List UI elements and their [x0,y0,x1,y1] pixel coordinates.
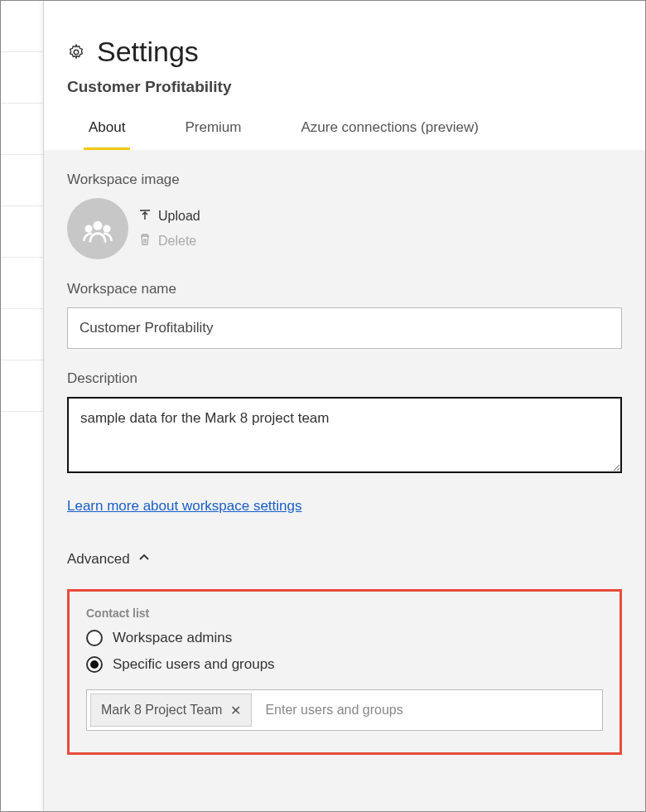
description-input[interactable] [67,397,622,473]
radio-icon [86,656,103,673]
chip-remove-icon[interactable]: ✕ [230,703,241,718]
chip-label: Mark 8 Project Team [101,703,222,718]
radio-admins-label: Workspace admins [113,630,232,646]
contact-list-section: Contact list Workspace admins Specific u… [67,589,622,755]
panel-header: Settings Customer Profitability About Pr… [44,1,645,150]
upload-button[interactable]: Upload [138,208,200,225]
gear-icon [67,43,85,61]
advanced-toggle[interactable]: Advanced [67,551,622,568]
description-label: Description [67,370,622,387]
trash-icon [138,233,152,249]
upload-label: Upload [158,209,200,224]
form-area: Workspace image [44,150,645,811]
workspace-name-input[interactable] [67,307,622,349]
radio-icon [86,630,103,646]
tabs-bar: About Premium Azure connections (preview… [67,119,622,150]
workspace-image-label: Workspace image [67,172,622,188]
svg-point-0 [74,50,79,55]
chevron-up-icon [138,551,150,568]
advanced-label: Advanced [67,551,130,568]
page-title: Settings [97,36,199,68]
background-sidebar [1,1,44,812]
upload-icon [138,208,152,225]
workspace-avatar [67,198,128,259]
workspace-name-label: Workspace name [67,281,622,297]
delete-label: Delete [158,234,196,249]
svg-point-1 [94,221,103,230]
tab-about[interactable]: About [84,119,130,150]
contact-list-label: Contact list [86,607,603,620]
workspace-name-section: Workspace name [67,281,622,349]
tab-premium[interactable]: Premium [180,119,246,150]
users-groups-input[interactable]: Mark 8 Project Team ✕ [86,689,603,731]
users-groups-field[interactable] [255,690,602,730]
settings-panel: Settings Customer Profitability About Pr… [44,1,645,811]
user-chip: Mark 8 Project Team ✕ [90,694,252,727]
svg-point-2 [84,225,92,232]
workspace-image-section: Workspace image [67,172,622,259]
description-section: Description [67,370,622,476]
delete-button[interactable]: Delete [138,233,200,249]
tab-azure-connections[interactable]: Azure connections (preview) [296,119,483,150]
learn-more-link[interactable]: Learn more about workspace settings [67,498,302,514]
radio-specific-label: Specific users and groups [113,656,275,673]
svg-point-3 [103,225,110,232]
workspace-subtitle: Customer Profitability [67,78,622,96]
radio-specific-users[interactable]: Specific users and groups [86,656,603,673]
radio-workspace-admins[interactable]: Workspace admins [86,630,603,646]
